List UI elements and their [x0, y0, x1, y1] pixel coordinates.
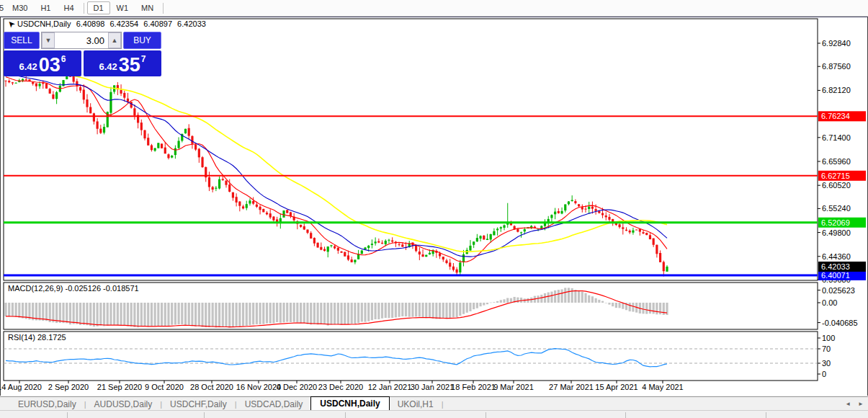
date-tick-label: 12 Jan 2021	[368, 383, 412, 391]
current-price-text: 6.42033	[821, 262, 850, 271]
level-price-text: 6.62715	[821, 172, 850, 180]
price-tick-label: 6.71400	[822, 133, 851, 142]
price-tick-label: 6.60520	[822, 181, 851, 190]
tab-scroll-arrows: ◄ ►	[845, 401, 864, 407]
date-tick-label: 23 Dec 2020	[318, 383, 363, 391]
rsi-tick-label: 0	[822, 370, 826, 378]
date-tick-label: 9 Mar 2021	[493, 383, 534, 391]
sell-price-pipette: 6	[61, 54, 66, 64]
date-tick-label: 27 Mar 2021	[549, 383, 594, 391]
buy-price-pipette: 7	[141, 54, 146, 64]
macd-tick-label: -0.040685	[822, 319, 858, 327]
date-tick-label: 30 Jan 2021	[411, 383, 455, 391]
triangle-down-icon: ▼	[45, 37, 52, 44]
status-separator	[67, 412, 68, 418]
timeframe-button-mn[interactable]: MN	[135, 1, 160, 14]
status-separator	[204, 412, 205, 418]
macd-tick-label: 0.00	[822, 298, 837, 307]
status-bar	[0, 410, 868, 418]
tab-audusd-daily[interactable]: AUDUSD,Daily	[86, 399, 161, 410]
status-separator	[345, 412, 346, 418]
tab-ukoil-h1[interactable]: UKOil,H1	[390, 399, 442, 410]
ohlc-open: 6.40898	[76, 19, 105, 28]
tab-eurusd-daily[interactable]: EURUSD,Daily	[10, 399, 84, 410]
tab-scroll-left-icon[interactable]: ◄	[845, 401, 851, 407]
date-tick-label: 16 Nov 2020	[236, 383, 281, 391]
volume-input[interactable]	[55, 32, 108, 48]
chart-tabs: EURUSD,Daily|AUDUSD,Daily|USDCHF,Daily|U…	[0, 397, 444, 411]
price-tick-label: 6.92840	[822, 39, 851, 48]
date-tick-label: 14 Aug 2020	[0, 383, 42, 391]
level-price-text: 6.76234	[821, 112, 850, 120]
tab-separator: |	[442, 400, 444, 409]
toolbar-separator	[84, 3, 84, 14]
chart-tab-bar: EURUSD,Daily|AUDUSD,Daily|USDCHF,Daily|U…	[0, 396, 868, 411]
status-separator	[486, 412, 486, 418]
buy-price-prefix: 6.42	[99, 61, 117, 72]
status-separator	[625, 412, 626, 418]
toolbar-separator	[163, 3, 164, 14]
tab-usdcad-daily[interactable]: USDCAD,Daily	[237, 399, 311, 410]
timeframe-toolbar: 5M30H1H4D1W1MN	[0, 0, 868, 17]
level-price-text: 6.52069	[821, 218, 850, 227]
ohlc-low: 6.40897	[143, 19, 172, 28]
price-tick-label: 6.49800	[822, 228, 851, 237]
price-tick-label: 6.55240	[822, 204, 851, 213]
date-tick-label: 9 Oct 2020	[145, 383, 184, 391]
price-tick-label: 6.87560	[822, 62, 851, 71]
buy-price-digits: 35	[119, 55, 140, 74]
timeframe-button-w1[interactable]: W1	[110, 1, 135, 14]
macd-label: MACD(12,26,9) -0.025126 -0.018571	[8, 284, 139, 293]
timeframe-button-5[interactable]: 5	[0, 1, 6, 14]
macd-tick-label: 0.025623	[822, 286, 855, 295]
chart-ohlc-title: USDCNH,Daily 6.40898 6.42354 6.40897 6.4…	[17, 19, 209, 28]
level-price-text: 6.40071	[821, 271, 850, 280]
rsi-tick-label: 30	[822, 359, 831, 368]
rsi-tick-label: 100	[822, 334, 835, 342]
buy-button[interactable]: BUY	[123, 32, 161, 49]
volume-stepper: ▼ ▲	[41, 32, 122, 49]
sell-price-prefix: 6.42	[19, 61, 37, 72]
trade-panel-controls: SELL ▼ ▲ BUY	[4, 32, 161, 49]
ohlc-high: 6.42354	[109, 19, 138, 28]
date-tick-label: 2 Sep 2020	[48, 383, 89, 391]
tab-usdcnh-daily[interactable]: USDCNH,Daily	[310, 396, 389, 411]
trade-panel-prices: 6.42 03 6 6.42 35 7	[4, 50, 161, 76]
date-tick-label: 4 Dec 2020	[277, 383, 317, 391]
rsi-label: RSI(14) 28.1725	[8, 333, 66, 342]
price-tick-label: 6.82120	[822, 86, 851, 94]
timeframe-button-m30[interactable]: M30	[6, 1, 34, 14]
date-tick-label: 21 Sep 2020	[97, 383, 142, 391]
triangle-up-icon: ▲	[112, 37, 118, 44]
tab-scroll-right-icon[interactable]: ►	[858, 401, 864, 407]
trading-terminal: { "toolbar": { "timeframes": [ {"label":…	[0, 0, 868, 418]
sell-button[interactable]: SELL	[4, 32, 40, 49]
price-tick-label: 6.44360	[822, 252, 851, 261]
chart-symbol-label: USDCNH,Daily	[17, 19, 71, 28]
sell-price-digits: 03	[39, 55, 61, 74]
volume-decrease-button[interactable]: ▼	[42, 32, 55, 48]
rsi-tick-label: 70	[822, 344, 831, 353]
one-click-trading-panel: SELL ▼ ▲ BUY 6.42 03 6 6.42 35 7	[4, 32, 161, 76]
timeframe-button-h1[interactable]: H1	[34, 1, 57, 14]
timeframe-button-h4[interactable]: H4	[57, 1, 80, 14]
timeframe-button-d1[interactable]: D1	[87, 1, 110, 14]
date-tick-label: 15 Apr 2021	[595, 383, 637, 391]
status-separator	[766, 412, 766, 418]
tab-usdchf-daily[interactable]: USDCHF,Daily	[162, 399, 235, 410]
rsi-panel[interactable]	[4, 332, 818, 381]
date-tick-label: 18 Feb 2021	[451, 383, 496, 391]
sell-price-button[interactable]: 6.42 03 6	[4, 50, 81, 76]
volume-increase-button[interactable]: ▲	[108, 32, 121, 48]
buy-price-button[interactable]: 6.42 35 7	[84, 50, 161, 76]
date-tick-label: 4 May 2021	[642, 383, 683, 391]
date-tick-label: 28 Oct 2020	[190, 383, 233, 391]
ohlc-close: 6.42033	[177, 19, 206, 28]
price-tick-label: 6.65960	[822, 157, 851, 166]
